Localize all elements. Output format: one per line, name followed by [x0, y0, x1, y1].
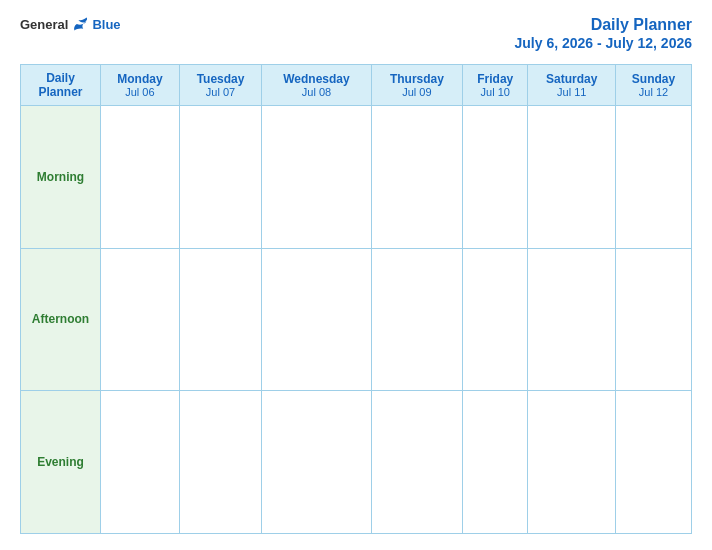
morning-saturday[interactable] [528, 106, 616, 249]
morning-tuesday[interactable] [179, 106, 261, 249]
afternoon-wednesday[interactable] [262, 248, 371, 391]
table-header-row: Daily Planner Monday Jul 06 Tuesday Jul … [21, 65, 692, 106]
afternoon-sunday[interactable] [616, 248, 692, 391]
date-range: July 6, 2026 - July 12, 2026 [515, 35, 692, 51]
table-header-first-col: Daily Planner [21, 65, 101, 106]
evening-monday[interactable] [101, 391, 180, 534]
col-header-thursday: Thursday Jul 09 [371, 65, 462, 106]
first-col-line1: Daily [25, 71, 96, 85]
col-header-saturday: Saturday Jul 11 [528, 65, 616, 106]
col-header-tuesday: Tuesday Jul 07 [179, 65, 261, 106]
afternoon-label: Afternoon [21, 248, 101, 391]
morning-wednesday[interactable] [262, 106, 371, 249]
afternoon-monday[interactable] [101, 248, 180, 391]
col-header-sunday: Sunday Jul 12 [616, 65, 692, 106]
col-header-monday: Monday Jul 06 [101, 65, 180, 106]
table-row-afternoon: Afternoon [21, 248, 692, 391]
page-header: General Blue Daily Planner July 6, 2026 … [20, 16, 692, 52]
morning-friday[interactable] [463, 106, 528, 249]
evening-sunday[interactable] [616, 391, 692, 534]
planner-table: Daily Planner Monday Jul 06 Tuesday Jul … [20, 64, 692, 534]
evening-tuesday[interactable] [179, 391, 261, 534]
table-row-morning: Morning [21, 106, 692, 249]
logo-blue-text: Blue [92, 17, 120, 32]
evening-saturday[interactable] [528, 391, 616, 534]
first-col-line2: Planner [25, 85, 96, 99]
afternoon-thursday[interactable] [371, 248, 462, 391]
page-title: Daily Planner [591, 16, 692, 33]
logo-general-text: General [20, 17, 68, 32]
morning-label: Morning [21, 106, 101, 249]
logo: General Blue [20, 16, 121, 32]
col-header-wednesday: Wednesday Jul 08 [262, 65, 371, 106]
evening-wednesday[interactable] [262, 391, 371, 534]
col-header-friday: Friday Jul 10 [463, 65, 528, 106]
afternoon-friday[interactable] [463, 248, 528, 391]
title-area: Daily Planner July 6, 2026 - July 12, 20… [515, 16, 692, 52]
evening-friday[interactable] [463, 391, 528, 534]
evening-label: Evening [21, 391, 101, 534]
afternoon-saturday[interactable] [528, 248, 616, 391]
table-row-evening: Evening [21, 391, 692, 534]
morning-thursday[interactable] [371, 106, 462, 249]
afternoon-tuesday[interactable] [179, 248, 261, 391]
morning-sunday[interactable] [616, 106, 692, 249]
evening-thursday[interactable] [371, 391, 462, 534]
morning-monday[interactable] [101, 106, 180, 249]
logo-bird-icon [70, 16, 90, 32]
